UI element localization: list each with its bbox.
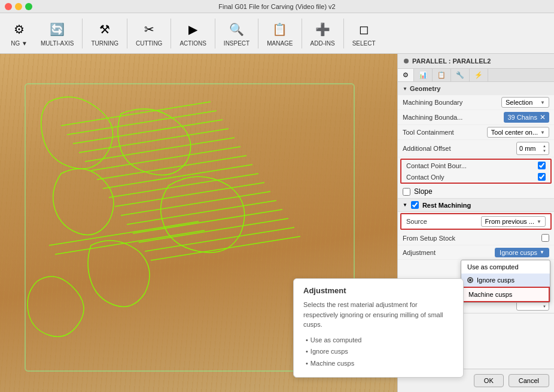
tool-containment-label: Tool Containment (403, 129, 487, 136)
slope-checkbox[interactable] (403, 188, 410, 196)
adjustment-dropdown-menu: Use as computed Ignore cusps Machine cus… (461, 260, 550, 303)
source-control: From previous ... ▼ (481, 216, 546, 227)
contact-outline: Contact Point Bour... Contact Only (400, 159, 552, 184)
manage-icon: 📋 (270, 20, 290, 39)
toolbar-group-multiaxis[interactable]: 🔄 MULTI-AXIS (36, 17, 78, 49)
tool-containment-arrow: ▼ (540, 130, 545, 135)
tab-4[interactable]: 🔧 (451, 69, 470, 81)
adjustment-arrow: ▼ (540, 250, 544, 255)
contact-point-row: Contact Point Bour... (401, 160, 550, 171)
chains-remove[interactable]: ✕ (540, 113, 546, 121)
from-setup-stock-control (541, 234, 549, 242)
rest-arrow: ▼ (403, 202, 407, 208)
addins-label: ADD-INS (311, 40, 335, 47)
sep5 (258, 19, 258, 48)
sep1 (82, 19, 83, 48)
source-label: Source (406, 218, 481, 225)
tooltip-list: • Use as computed • Ignore cusps • Machi… (303, 335, 453, 370)
toolbar-group-addins[interactable]: ➕ ADD-INS (306, 17, 340, 49)
toolbar-group-inspect[interactable]: 🔍 INSPECT (219, 17, 254, 49)
machining-boundary-dropdown[interactable]: Selection ▼ (501, 97, 549, 108)
geometry-header[interactable]: ▼ Geometry (398, 82, 554, 95)
panel-tabs: ⚙ 📊 📋 🔧 ⚡ (398, 69, 554, 82)
contact-point-checkbox[interactable] (538, 162, 546, 169)
toolbar-group-turning[interactable]: ⚒ TURNING (86, 17, 123, 49)
rest-machining-header[interactable]: ▼ Rest Machining (398, 199, 554, 212)
use-as-computed-item[interactable]: Use as computed (461, 260, 550, 274)
svg-line-12 (133, 209, 282, 233)
tooltip-box: Adjustment Selects the rest material adj… (293, 278, 464, 378)
multiaxis-label: MULTI-AXIS (41, 40, 74, 47)
close-button[interactable] (5, 3, 12, 10)
sep2 (127, 19, 127, 48)
bullet-2: • (306, 346, 308, 358)
step-up[interactable]: ▲ (543, 144, 546, 148)
geometry-arrow: ▼ (403, 86, 407, 92)
machining-boundary-control: Selection ▼ (501, 97, 549, 108)
rest-machining-checkbox[interactable] (411, 201, 419, 209)
chains-chip: 39 Chains ✕ (504, 112, 549, 123)
tool-containment-dropdown[interactable]: Tool center on... ▼ (487, 127, 549, 138)
panel-header: PARALLEL : PARALLEL2 (398, 54, 554, 69)
source-outline: Source From previous ... ▼ (400, 213, 552, 230)
svg-line-17 (55, 230, 205, 254)
machine-cusps-item[interactable]: Machine cusps (461, 287, 550, 302)
window-controls (5, 3, 32, 10)
minimize-button[interactable] (15, 3, 22, 10)
sep4 (215, 19, 215, 48)
source-arrow: ▼ (537, 219, 541, 224)
maximize-button[interactable] (25, 3, 32, 10)
slope-label: Slope (414, 187, 433, 196)
tab-main[interactable]: ⚙ (398, 69, 414, 81)
additional-offset-control: 0 mm ▲ ▼ (516, 142, 549, 155)
source-dropdown[interactable]: From previous ... ▼ (481, 216, 546, 227)
svg-line-9 (115, 183, 264, 206)
svg-line-6 (97, 156, 246, 180)
offset-stepper[interactable]: ▲ ▼ (543, 144, 546, 153)
svg-line-11 (127, 200, 276, 224)
toolbar: ⚙ NG ▼ 🔄 MULTI-AXIS ⚒ TURNING ✂ CUTTING … (0, 13, 554, 54)
ok-button[interactable]: OK (474, 374, 504, 387)
tooltip-item-1: • Use as computed (306, 335, 453, 347)
addins-icon: ➕ (313, 20, 332, 39)
tab-2[interactable]: 📊 (414, 69, 433, 81)
contact-only-checkbox[interactable] (538, 173, 546, 181)
adjustment-row: Adjustment Ignore cusps ▼ (398, 245, 554, 260)
panel-dot (404, 59, 409, 63)
additional-offset-input[interactable]: 0 mm ▲ ▼ (516, 142, 549, 155)
svg-line-5 (91, 147, 241, 171)
tab-5[interactable]: ⚡ (470, 69, 488, 81)
title-bar: Final G01 File for Carving (Video file) … (0, 0, 554, 13)
ignore-cusps-item[interactable]: Ignore cusps (461, 274, 550, 287)
tab-3[interactable]: 📋 (433, 69, 451, 81)
toolbar-group-select[interactable]: ◻ SELECT (348, 17, 381, 49)
svg-line-16 (49, 221, 199, 245)
tooltip-title: Adjustment (303, 286, 453, 295)
cancel-button[interactable]: Cancel (509, 374, 549, 387)
toolbar-group-actions[interactable]: ▶ ACTIONS (175, 17, 211, 49)
machining-boundary-label: Machining Boundary (403, 99, 501, 106)
select-icon: ◻ (354, 20, 373, 39)
machining-boundary2-label: Machining Bounda... (403, 114, 504, 121)
machine-cusps-label: Machine cusps (468, 291, 512, 298)
rest-machining-label: Rest Machining (422, 202, 471, 209)
inspect-icon: 🔍 (227, 20, 246, 39)
inspect-label: INSPECT (224, 40, 249, 47)
adjustment-control: Ignore cusps ▼ (495, 248, 549, 257)
machining-boundary2-row: Machining Bounda... 39 Chains ✕ (398, 110, 554, 125)
multiaxis-icon: 🔄 (48, 20, 67, 39)
from-setup-stock-checkbox[interactable] (541, 234, 549, 242)
bullet-1: • (306, 335, 308, 347)
actions-label: ACTIONS (179, 40, 206, 47)
contact-only-row: Contact Only (401, 171, 550, 183)
adjustment-dropdown[interactable]: Ignore cusps ▼ (495, 248, 549, 257)
toolbar-group-cutting[interactable]: ✂ CUTTING (131, 17, 167, 49)
svg-line-8 (109, 174, 258, 197)
adjustment-label: Adjustment (403, 249, 495, 256)
step-down[interactable]: ▼ (543, 148, 546, 153)
toolbar-group-manage[interactable]: 📋 MANAGE (262, 17, 297, 49)
toolbar-group-ng[interactable]: ⚙ NG ▼ (5, 17, 34, 49)
adj-step-down[interactable]: ▼ (543, 304, 546, 309)
tooltip-item-2: • Ignore cusps (306, 346, 453, 358)
from-setup-stock-label: From Setup Stock (403, 235, 541, 242)
